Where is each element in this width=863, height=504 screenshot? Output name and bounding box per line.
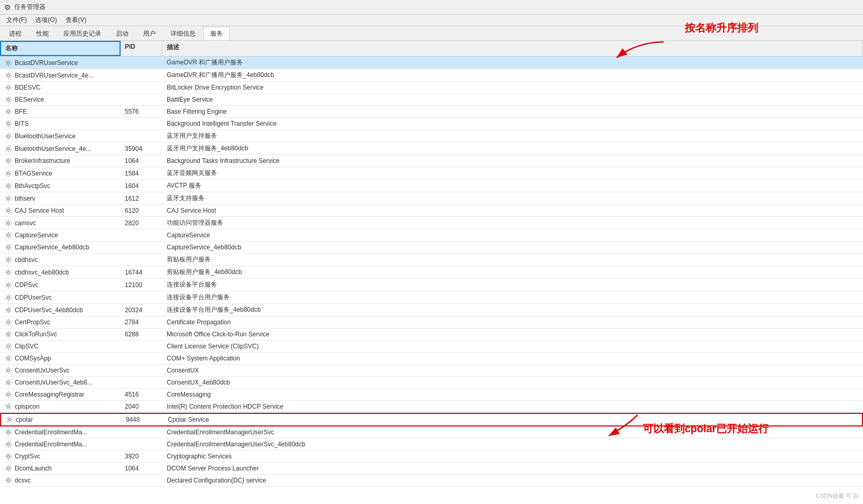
service-icon: [4, 452, 13, 461]
service-icon: [4, 464, 13, 473]
svg-point-20: [7, 309, 9, 311]
service-name: ConsentUxUserSvc: [15, 367, 70, 374]
table-row[interactable]: DcomLaunch1064DCOM Server Process Launch…: [0, 463, 863, 475]
service-icon: [4, 293, 13, 302]
table-row[interactable]: CryptSvc3920Cryptographic Services: [0, 451, 863, 463]
table-row[interactable]: cbdhsvc_4eb80dcb16744剪贴板用户服务_4eb80dcb: [0, 266, 863, 279]
service-icon: [4, 306, 13, 314]
service-name: CDPUserSvc: [15, 294, 52, 301]
table-row[interactable]: BFE5576Base Filtering Engine: [0, 106, 863, 118]
service-pid: 2784: [121, 316, 163, 328]
table-row[interactable]: CaptureService_4eb80dcbCaptureService_4e…: [0, 242, 863, 254]
svg-point-31: [7, 443, 9, 445]
service-pid: [121, 242, 163, 253]
service-pid: 35904: [121, 143, 163, 155]
table-row[interactable]: BcastDVRUserService_4e...GameDVR 和广播用户服务…: [0, 69, 863, 82]
table-row[interactable]: BEServiceBattlEye Service: [0, 94, 863, 106]
header-pid[interactable]: PID: [121, 41, 163, 56]
service-name: BcastDVRUserService_4e...: [15, 72, 94, 79]
table-row[interactable]: COMSysAppCOM+ System Application: [0, 353, 863, 365]
service-pid: 20324: [121, 304, 163, 316]
table-row[interactable]: CAJ Service Host6120CAJ Service Host: [0, 205, 863, 217]
service-desc: COM+ System Application: [163, 353, 863, 364]
table-row[interactable]: BthAvctpSvc1604AVCTP 服务: [0, 180, 863, 192]
service-name-cell: ConsentUxUserSvc_4eb8...: [0, 377, 121, 388]
table-row[interactable]: BrokerInfrastructure1064Background Tasks…: [0, 155, 863, 167]
table-row[interactable]: CDPUserSvc_4eb80dcb20324连接设备平台用户服务_4eb80…: [0, 304, 863, 316]
service-desc: Declared Configuration(DC) service: [163, 475, 863, 486]
menu-view[interactable]: 查看(V): [61, 15, 91, 26]
table-row[interactable]: cbdhsvc剪贴板用户服务: [0, 254, 863, 266]
tab-details[interactable]: 详细信息: [164, 27, 202, 40]
table-row[interactable]: ConsentUxUserSvcConsentUX: [0, 365, 863, 377]
svg-point-1: [7, 74, 9, 76]
table-body: BcastDVRUserServiceGameDVR 和广播用户服务 Bcast…: [0, 57, 863, 504]
service-name-cell: BFE: [0, 106, 121, 117]
table-row[interactable]: ConsentUxUserSvc_4eb8...ConsentUX_4eb80d…: [0, 377, 863, 389]
service-pid: [121, 254, 163, 266]
table-row[interactable]: CaptureServiceCaptureService: [0, 229, 863, 242]
menu-file[interactable]: 文件(F): [2, 15, 31, 26]
table-row[interactable]: BcastDVRUserServiceGameDVR 和广播用户服务: [0, 57, 863, 69]
service-name: ClickToRunSvc: [15, 331, 57, 338]
table-row[interactable]: dcsvcDeclared Configuration(DC) service: [0, 475, 863, 487]
service-name: CaptureService_4eb80dcb: [15, 244, 89, 251]
tab-app-history[interactable]: 应用历史记录: [57, 27, 108, 40]
service-name-cell: ClickToRunSvc: [0, 328, 121, 340]
table-row[interactable]: CoreMessagingRegistrar4516CoreMessaging: [0, 389, 863, 401]
service-name-cell: cbdhsvc_4eb80dcb: [0, 266, 121, 278]
table-row[interactable]: ClipSVCClient License Service (ClipSVC): [0, 341, 863, 353]
svg-point-25: [7, 369, 9, 371]
service-name: BITS: [15, 120, 29, 127]
service-pid: 4516: [121, 389, 163, 400]
tab-performance[interactable]: 性能: [29, 27, 56, 40]
table-row[interactable]: ClickToRunSvc6288Microsoft Office Click-…: [0, 328, 863, 341]
table-row[interactable]: BluetoothUserService蓝牙用户支持服务: [0, 130, 863, 143]
service-desc: BitLocker Drive Encryption Service: [163, 82, 863, 93]
svg-point-30: [7, 431, 9, 433]
service-icon: [4, 318, 13, 326]
table-row[interactable]: cplspcon2040Intel(R) Content Protection …: [0, 401, 863, 413]
table-row[interactable]: camsvc2820功能访问管理器服务: [0, 217, 863, 229]
service-name: CAJ Service Host: [15, 207, 64, 214]
service-icon: [4, 206, 13, 215]
header-desc[interactable]: 描述: [163, 41, 863, 56]
service-name-cell: BTAGService: [0, 167, 121, 179]
service-pid: 5576: [121, 106, 163, 117]
tab-users[interactable]: 用户: [136, 27, 163, 40]
service-pid: [121, 57, 163, 69]
service-icon: [4, 440, 13, 448]
table-row[interactable]: CredentialEnrollmentMa...CredentialEnrol…: [0, 439, 863, 451]
svg-point-3: [7, 98, 9, 101]
svg-point-14: [7, 234, 9, 236]
tab-services[interactable]: 服务: [203, 27, 230, 40]
tab-startup[interactable]: 启动: [109, 27, 135, 40]
service-name-cell: BITS: [0, 118, 121, 129]
service-name: ConsentUxUserSvc_4eb8...: [15, 379, 92, 386]
table-row[interactable]: bthserv1612蓝牙支持服务: [0, 192, 863, 205]
table-row[interactable]: BluetoothUserService_4e...35904蓝牙用户支持服务_…: [0, 143, 863, 155]
table-row[interactable]: BITSBackground Intelligent Transfer Serv…: [0, 118, 863, 130]
menu-options[interactable]: 选项(O): [31, 15, 61, 26]
table-row[interactable]: CDPUserSvc连接设备平台用户服务: [0, 291, 863, 304]
service-icon: [4, 428, 13, 436]
service-desc: CoreMessaging: [163, 389, 863, 400]
service-desc: 功能访问管理器服务: [163, 217, 863, 229]
service-name-cell: DcomLaunch: [0, 463, 121, 474]
table-row[interactable]: BDESVCBitLocker Drive Encryption Service: [0, 82, 863, 94]
table-row[interactable]: BTAGService1584蓝牙音频网关服务: [0, 167, 863, 180]
service-icon: [4, 330, 13, 338]
service-icon: [4, 231, 13, 239]
header-name[interactable]: 名称: [0, 41, 121, 56]
service-pid: [121, 353, 163, 364]
service-desc: CAJ Service Host: [163, 205, 863, 216]
table-row[interactable]: CertPropSvc2784Certificate Propagation: [0, 316, 863, 328]
service-name: dcsvc: [15, 477, 31, 484]
service-name: BcastDVRUserService: [15, 59, 78, 67]
annotation-top: 按名称升序排列: [685, 21, 758, 35]
csdn-watermark: CSDN@聂 可 以: [816, 492, 859, 500]
service-name-cell: BDESVC: [0, 82, 121, 93]
tab-processes[interactable]: 进程: [2, 27, 28, 40]
service-name-cell: CDPUserSvc_4eb80dcb: [0, 304, 121, 316]
table-row[interactable]: CDPSvc12100连接设备平台服务: [0, 279, 863, 291]
